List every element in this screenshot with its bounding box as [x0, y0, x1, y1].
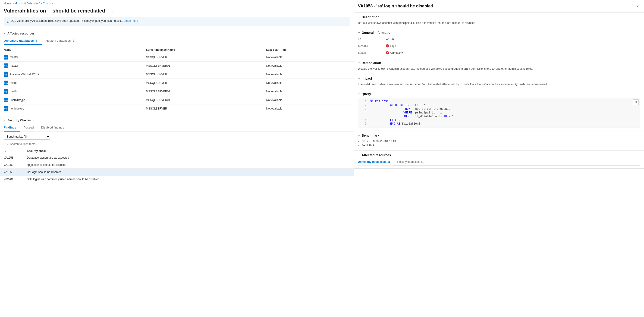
- security-checks-label: Security Checks: [8, 118, 31, 122]
- filter-row: Benchmarks: All: [0, 132, 354, 148]
- code-line: 4 WHERE principal_id = 1: [358, 111, 640, 114]
- id-label: ID: [358, 36, 386, 42]
- remediation-header[interactable]: ▼ Remediation: [358, 61, 640, 65]
- breadcrumb-home[interactable]: Home: [4, 2, 11, 5]
- databases-table: Name Server Instance Name Last Scan Time…: [0, 47, 354, 113]
- query-label: Query: [362, 92, 371, 96]
- panel-tab-healthy[interactable]: Healthy databases (1): [398, 159, 428, 165]
- sql-icon: SQL: [4, 72, 8, 77]
- code-content: [370, 118, 390, 122]
- tab-unhealthy-databases[interactable]: Unhealthy databases (7): [4, 37, 42, 45]
- security-checks-section: ▼ Security Checks Findings Passed Disabl…: [0, 117, 354, 183]
- code-content: [370, 115, 404, 118]
- impact-header[interactable]: ▼ Impact: [358, 77, 640, 80]
- list-item[interactable]: VA1058 'sa' login should be disabled: [0, 168, 354, 176]
- list-item[interactable]: VA1059 xp_cmdshell should be disabled: [0, 162, 354, 168]
- keyword: WHERE: [404, 111, 412, 114]
- severity-label: Severity: [358, 43, 386, 48]
- general-info-section: ▼ General information ID VA1058 Severity…: [354, 28, 644, 58]
- copy-code-button[interactable]: ⧉: [633, 99, 639, 105]
- server-cell: MSSQLSERVER: [142, 104, 262, 113]
- keyword: EXISTS: [398, 104, 408, 107]
- panel-affected-resources-section: ▼ Affected resources Unhealthy databases…: [354, 150, 644, 168]
- code-text: 0: [397, 118, 400, 122]
- table-row[interactable]: SQL AdventureWorksLT2019 MSSQLSERVER Not…: [0, 70, 354, 79]
- general-info-grid: ID VA1058 Severity ! High Status ✕ Unhea…: [358, 36, 640, 55]
- scan-cell: Not Available: [262, 96, 354, 104]
- sql-icon: SQL: [4, 55, 8, 60]
- line-number: 7: [361, 122, 366, 126]
- tab-passed[interactable]: Passed: [24, 124, 37, 132]
- code-content: [370, 122, 390, 126]
- panel-tab-unhealthy[interactable]: Unhealthy databases (1): [358, 159, 394, 165]
- check-name-cell: xp_cmdshell should be disabled: [23, 162, 354, 168]
- table-row[interactable]: SQL master MSSQLSERVER01 Not Available: [0, 62, 354, 70]
- benchmark-header[interactable]: ▼ Benchmark: [358, 134, 640, 137]
- breadcrumb-parent[interactable]: Microsoft Defender for Cloud: [14, 2, 50, 5]
- impact-label: Impact: [362, 77, 372, 80]
- impact-section: ▼ Impact The well-known default sysadmin…: [354, 74, 644, 90]
- id-value: VA1058: [386, 36, 640, 42]
- info-banner-text: SQL Vulnerability Assessment rules have …: [10, 19, 142, 22]
- description-label: Description: [362, 15, 379, 19]
- description-text: 'sa' is a well-known account with princi…: [358, 21, 640, 25]
- table-row[interactable]: SQL msdb MSSQLSERVER Not Available: [0, 79, 354, 87]
- affected-resources-header[interactable]: ▼ Affected resources: [0, 30, 354, 37]
- benchmarks-select[interactable]: Benchmarks: All: [4, 134, 50, 140]
- search-input[interactable]: [4, 141, 350, 147]
- breadcrumb-sep1: >: [12, 2, 14, 5]
- description-header[interactable]: ▼ Description: [358, 15, 640, 19]
- col-name: Name: [0, 47, 142, 53]
- status-label: Status: [358, 50, 386, 55]
- keyword: SELECT: [412, 104, 422, 107]
- code-content: [370, 108, 404, 111]
- benchmark-item: CIS v1.0.0-08-11-2017:2.13: [362, 139, 640, 143]
- line-number: 5: [361, 115, 366, 118]
- page-title-part2: should be remediated: [52, 8, 105, 14]
- keyword: ELSE: [390, 118, 397, 122]
- code-tokens: SELECT CASE: [370, 100, 388, 103]
- panel-affected-tabs: Unhealthy databases (1) Healthy database…: [358, 159, 640, 166]
- code-text: [380, 100, 382, 103]
- code-text: sys.server_principals: [410, 108, 450, 111]
- learn-more-arrow: →: [139, 19, 142, 22]
- list-item[interactable]: VA2201 SQL logins with commonly used nam…: [0, 176, 354, 183]
- benchmark-section: ▼ Benchmark CIS v1.0.0-08-11-2017:2.13Fe…: [354, 131, 644, 150]
- query-header[interactable]: ▼ Query: [358, 92, 640, 96]
- general-info-header[interactable]: ▼ General information: [358, 31, 640, 34]
- table-row[interactable]: SQL master MSSQLSERVER Not Available: [0, 53, 354, 62]
- benchmark-list: CIS v1.0.0-08-11-2017:2.13FedRAMP: [358, 139, 640, 148]
- query-code-block: ⧉ 1SELECT CASE2 WHEN EXISTS (SELECT *3 F…: [358, 98, 640, 128]
- table-row[interactable]: SQL no_indexes MSSQLSERVER Not Available: [0, 104, 354, 113]
- tab-disabled-findings[interactable]: Disabled findings: [41, 124, 68, 132]
- impact-text: The well-known default sysadmin account …: [358, 82, 640, 86]
- remediation-label: Remediation: [362, 61, 381, 65]
- page-more-options[interactable]: ...: [110, 8, 115, 14]
- right-panel: VA1058 - 'sa' login should be disabled ×…: [354, 0, 644, 317]
- general-info-label: General information: [362, 31, 392, 34]
- scan-cell: Not Available: [262, 87, 354, 96]
- chevron-icon-remediation: ▼: [358, 62, 360, 64]
- db-name-text: msdb: [10, 81, 16, 84]
- info-icon: ℹ: [7, 19, 8, 24]
- db-name-text: no_indexes: [10, 107, 24, 110]
- tab-healthy-databases[interactable]: Healthy databases (2): [46, 37, 79, 45]
- check-id-cell: VA1059: [0, 162, 23, 168]
- db-name-cell: SQL msdb: [0, 79, 142, 87]
- severity-value: ! High: [386, 43, 640, 48]
- remediation-section: ▼ Remediation Disable the well-known sys…: [354, 58, 644, 74]
- table-row[interactable]: SQL msdb MSSQLSERVER01 Not Available: [0, 87, 354, 96]
- list-item[interactable]: VA1258 Database owners are as expected: [0, 154, 354, 162]
- code-text: [395, 122, 397, 126]
- table-row[interactable]: SQL userDBrajpo MSSQLSERVER01 Not Availa…: [0, 96, 354, 104]
- learn-more-link[interactable]: Learn more: [124, 19, 138, 22]
- tab-findings[interactable]: Findings: [4, 124, 20, 132]
- security-checks-header[interactable]: ▼ Security Checks: [0, 117, 354, 124]
- panel-affected-resources-header[interactable]: ▼ Affected resources: [358, 153, 640, 157]
- code-line: 1SELECT CASE: [358, 100, 640, 104]
- affected-resources-label: Affected resources: [8, 32, 35, 35]
- close-button[interactable]: ×: [635, 4, 640, 10]
- code-tokens: ELSE 0: [390, 118, 400, 122]
- code-text: *: [422, 104, 425, 107]
- db-name-cell: SQL AdventureWorksLT2019: [0, 70, 142, 79]
